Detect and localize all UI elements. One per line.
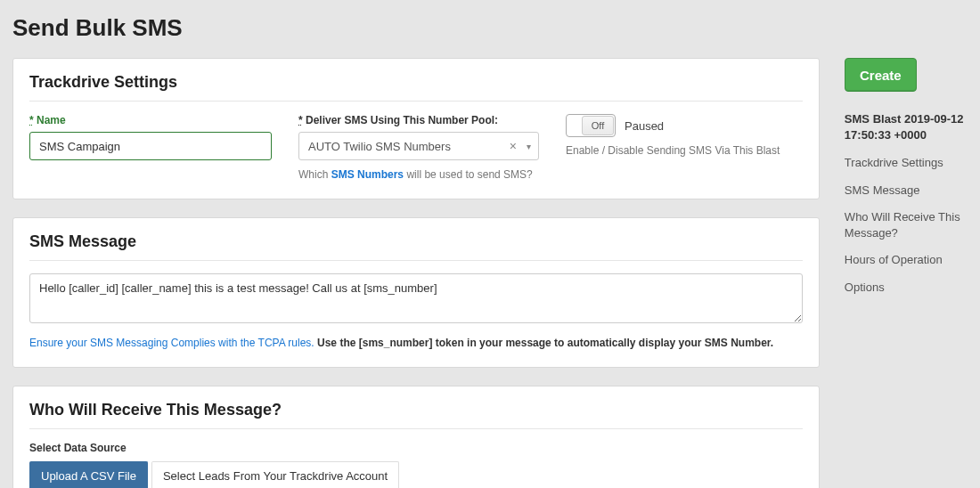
sidebar-link-sms-message[interactable]: SMS Message (845, 183, 968, 199)
name-input[interactable] (29, 132, 272, 160)
heading-recipients: Who Will Receive This Message? (29, 401, 803, 429)
sidebar-link-options[interactable]: Options (845, 280, 968, 296)
label-number-pool-text: Deliver SMS Using This Number Pool: (306, 114, 498, 126)
toggle-help-text: Enable / Disable Sending SMS Via This Bl… (566, 144, 803, 157)
clear-icon[interactable]: × (504, 139, 522, 153)
pool-help-pre: Which (298, 168, 331, 181)
toggle-knob: Off (582, 116, 614, 135)
heading-sms-message: SMS Message (29, 232, 803, 261)
message-textarea[interactable] (29, 273, 803, 323)
sms-numbers-link[interactable]: SMS Numbers (331, 168, 404, 181)
number-pool-help: Which SMS Numbers will be used to send S… (298, 167, 539, 183)
card-sms-message: SMS Message Ensure your SMS Messaging Co… (12, 217, 820, 368)
tab-upload-csv[interactable]: Upload A CSV File (29, 461, 148, 488)
tab-select-leads[interactable]: Select Leads From Your Trackdrive Accoun… (151, 461, 399, 488)
tcpa-link[interactable]: Ensure your SMS Messaging Complies with … (29, 337, 314, 349)
label-name: * Name (29, 114, 272, 126)
card-recipients: Who Will Receive This Message? Select Da… (12, 386, 820, 488)
compliance-note: Ensure your SMS Messaging Complies with … (29, 335, 803, 351)
label-data-source: Select Data Source (29, 442, 803, 454)
compliance-bold: Use the [sms_number] token in your messa… (317, 337, 773, 349)
enable-toggle[interactable]: Off (566, 114, 616, 137)
page-title: Send Bulk SMS (0, 0, 980, 58)
toggle-state-label: Paused (625, 119, 664, 133)
number-pool-select[interactable]: AUTO Twilio SMS Numbers × ▾ (298, 132, 539, 160)
number-pool-value: AUTO Twilio SMS Numbers (308, 140, 504, 153)
card-trackdrive-settings: Trackdrive Settings * Name * Deliver SMS… (12, 58, 820, 199)
create-button[interactable]: Create (845, 58, 917, 92)
heading-trackdrive-settings: Trackdrive Settings (29, 73, 803, 102)
sidebar-link-recipients[interactable]: Who Will Receive This Message? (845, 209, 968, 240)
sidebar-link-trackdrive-settings[interactable]: Trackdrive Settings (845, 155, 968, 171)
sidebar-link-hours[interactable]: Hours of Operation (845, 252, 968, 268)
chevron-down-icon[interactable]: ▾ (522, 142, 531, 151)
sidebar-title: SMS Blast 2019-09-12 17:50:33 +0000 (845, 111, 968, 142)
label-number-pool: * Deliver SMS Using This Number Pool: (298, 114, 539, 126)
label-name-text: Name (37, 114, 66, 126)
pool-help-post: will be used to send SMS? (404, 168, 533, 181)
